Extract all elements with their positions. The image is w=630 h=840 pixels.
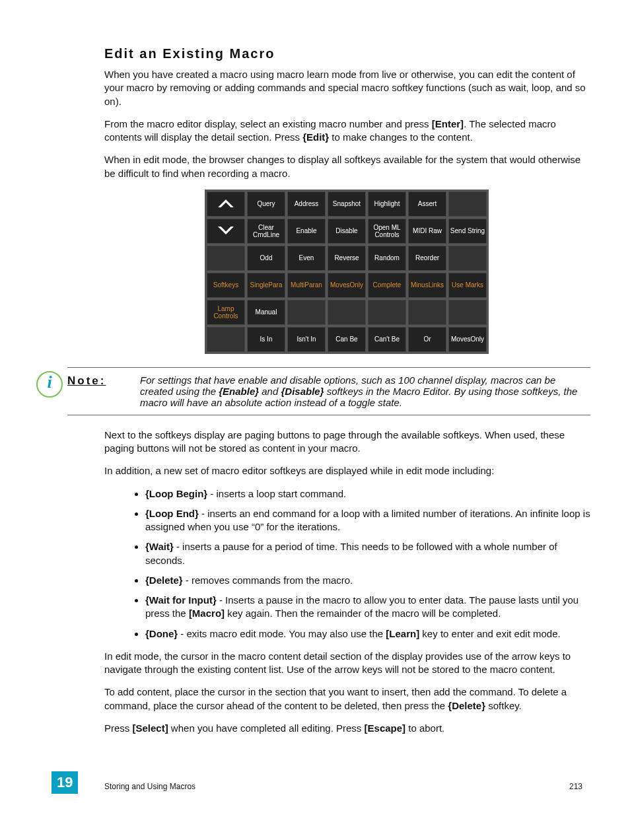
softkey-odd: Odd: [247, 246, 285, 271]
list-item: {Wait for Input} - Inserts a pause in th…: [145, 594, 590, 621]
page-down-icon: [207, 219, 245, 244]
list-item: {Done} - exits macro edit mode. You may …: [145, 627, 590, 641]
softkey-enable: {Enable}: [219, 386, 259, 397]
softkey-delete: {Delete}: [448, 700, 485, 711]
softkey-disable: Disable: [328, 219, 366, 244]
softkey-isn-t-in: Isn't In: [287, 327, 326, 352]
softkey-reorder: Reorder: [408, 246, 446, 271]
list-item: {Loop End} - inserts an end command for …: [145, 507, 590, 534]
softkey-edit: {Edit}: [302, 131, 329, 143]
after-paragraph-1: Next to the softkeys display are paging …: [104, 429, 590, 456]
softkey-blank: [408, 300, 446, 325]
chapter-number-badge: 19: [52, 771, 78, 794]
softkey-send-string: Send String: [448, 219, 487, 244]
text: and: [259, 386, 281, 397]
section-heading: Edit an Existing Macro: [104, 46, 590, 61]
softkeys-image: QueryAddressSnapshotHighlightAssertClear…: [205, 190, 490, 354]
softkey-use-marks: Use Marks: [448, 273, 487, 298]
page-content: Edit an Existing Macro When you have cre…: [0, 0, 630, 735]
softkey-snapshot: Snapshot: [328, 192, 366, 217]
page-up-icon: [207, 192, 245, 217]
softkey-multiparan: MultiParan: [287, 273, 326, 298]
key-enter: [Enter]: [432, 118, 464, 129]
footer-chapter-title: Storing and Using Macros: [104, 782, 195, 791]
softkey-random: Random: [368, 246, 406, 271]
text: From the macro editor display, select an…: [104, 118, 432, 129]
softkey-query: Query: [247, 192, 285, 217]
softkey-disable: {Disable}: [281, 386, 324, 397]
softkey-softkeys: Softkeys: [207, 273, 245, 298]
softkey-even: Even: [287, 246, 326, 271]
softkey-blank: [448, 300, 487, 325]
softkeys-grid: QueryAddressSnapshotHighlightAssertClear…: [205, 190, 489, 354]
softkey-blank: [207, 327, 245, 352]
softkey-is-in: Is In: [247, 327, 285, 352]
text: to make changes to the content.: [329, 131, 473, 143]
softkey-blank: [207, 246, 245, 271]
softkey-open-ml-controls: Open ML Controls: [368, 219, 406, 244]
softkey-assert: Assert: [408, 192, 446, 217]
softkey-singlepara: SinglePara: [247, 273, 285, 298]
softkey-highlight: Highlight: [368, 192, 406, 217]
list-item: {Delete} - removes commands from the mac…: [145, 574, 590, 587]
intro-paragraph-3: When in edit mode, the browser changes t…: [104, 153, 590, 180]
softkey-blank: [448, 246, 487, 271]
softkey-lamp-controls: Lamp Controls: [207, 300, 245, 325]
list-item: {Wait} - inserts a pause for a period of…: [145, 540, 590, 567]
intro-paragraph-2: From the macro editor display, select an…: [104, 118, 590, 145]
softkey-blank: [368, 300, 406, 325]
text: to abort.: [405, 722, 444, 734]
note-icon: i: [36, 371, 63, 398]
tail-paragraph-1: In edit mode, the cursor in the macro co…: [104, 650, 590, 677]
note-body: For settings that have enable and disabl…: [140, 374, 590, 408]
intro-paragraph-1: When you have created a macro using macr…: [104, 68, 590, 108]
tail-paragraph-3: Press [Select] when you have completed a…: [104, 722, 590, 735]
softkey-can-t-be: Can't Be: [368, 327, 406, 352]
page-number: 213: [569, 782, 582, 791]
text: when you have completed all editing. Pre…: [168, 722, 365, 734]
list-item: {Loop Begin} - inserts a loop start comm…: [145, 487, 590, 501]
softkey-movesonly: MovesOnly: [448, 327, 487, 352]
softkey-can-be: Can Be: [328, 327, 366, 352]
softkey-midi-raw: MIDI Raw: [408, 219, 446, 244]
softkey-manual: Manual: [247, 300, 285, 325]
note-label: Note:: [67, 374, 140, 388]
key-escape: [Escape]: [365, 722, 406, 734]
softkey-complete: Complete: [368, 273, 406, 298]
key-select: [Select]: [133, 722, 168, 734]
text: softkey.: [485, 700, 522, 711]
text: Press: [104, 722, 133, 734]
softkey-movesonly: MovesOnly: [328, 273, 366, 298]
softkey-clear-cmdline: Clear CmdLine: [247, 219, 285, 244]
softkey-reverse: Reverse: [328, 246, 366, 271]
after-paragraph-2: In addition, a new set of macro editor s…: [104, 464, 590, 477]
note-block: Note: For settings that have enable and …: [67, 367, 590, 415]
softkey-blank: [287, 300, 326, 325]
softkey-address: Address: [287, 192, 326, 217]
softkey-or: Or: [408, 327, 446, 352]
softkey-list: {Loop Begin} - inserts a loop start comm…: [129, 487, 590, 641]
softkey-enable: Enable: [287, 219, 326, 244]
softkey-minuslinks: MinusLinks: [408, 273, 446, 298]
tail-paragraph-2: To add content, place the cursor in the …: [104, 685, 590, 713]
softkey-blank: [328, 300, 366, 325]
softkey-blank: [448, 192, 487, 217]
